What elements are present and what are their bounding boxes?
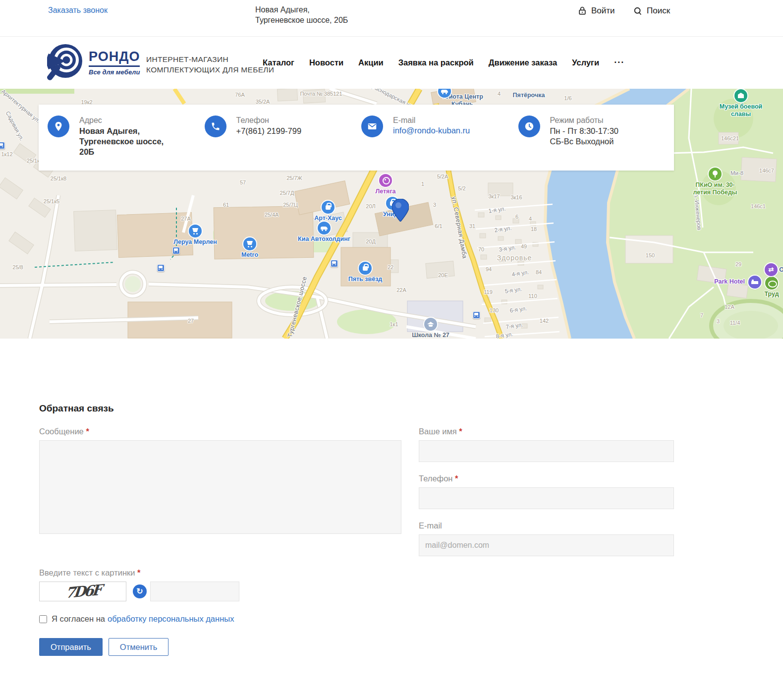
map-canvas[interactable]: Адрес Новая Адыгея, Тургеневское шоссе, … [0,89,783,339]
map-label: 35/2А [256,99,270,105]
pin-icon [48,116,69,137]
form-title: Обратная связь [39,403,674,414]
map-label: 146с21 [721,135,739,141]
order-call-link[interactable]: Заказать звонок [48,6,108,15]
map-label: 1 [421,181,424,187]
map-label: 1к12 [1,151,12,157]
main-nav: Каталог Новости Акции Заявка на раскрой … [263,37,624,89]
tagline-line2: КОМПЛЕКТУЮЩИХ ДЛЯ МЕБЕЛИ [146,64,274,75]
nav-item-catalog[interactable]: Каталог [263,58,294,67]
nav-item-news[interactable]: Новости [309,58,343,67]
map-label: 61 [223,202,229,208]
map-label: 20Е [438,272,448,278]
map-poi-label: славы [731,111,751,117]
map-label: 1к1 [390,321,398,327]
map-label: 150 [646,252,655,258]
map-label: 6 [515,214,518,220]
map-poi-label: Park Hotel [714,278,745,285]
email-input[interactable] [419,534,674,556]
tree-poi-icon [709,168,722,180]
map-label: 142 [540,318,549,324]
mail-icon [361,116,383,137]
search-label: Поиск [647,6,670,16]
map-label: 25/1к8 [51,175,66,181]
school-poi-icon [424,318,437,331]
map-label: 22 [388,264,393,270]
car-poi-icon [438,89,451,98]
map-label: Пятёрочка [513,92,545,99]
message-label: Сообщение * [39,427,401,436]
map-label: 57 [240,179,246,185]
logo-title: РОНДО [89,49,140,67]
nav-more-button[interactable]: ··· [614,58,624,68]
map-poi-label: Летяга [375,188,395,195]
map-label: 3к16 [510,194,522,200]
login-label: Войти [591,6,615,16]
contact-hours-block: Режим работы Пн - Пт 8:30-17:30 СБ-Вс Вы… [517,116,674,171]
map-label: 25/4А [265,212,279,218]
required-mark: * [459,427,462,436]
bag-poi-icon [322,201,335,214]
map-label: 94 [486,266,492,272]
topbar-address: Новая Адыгея, Тургеневское шоссе, 20Б [255,4,348,25]
site-tagline: ИНТЕРНЕТ-МАГАЗИН КОМПЛЕКТУЮЩИХ ДЛЯ МЕБЕЛ… [146,54,274,75]
search-button[interactable]: Поиск [633,5,670,16]
contact-email-block: E-mail info@rondo-kuban.ru [360,116,517,171]
map-poi-label: Metro [241,251,258,258]
map-poi-label: Музей боевой [720,103,763,110]
map-label: 70 [478,246,484,252]
logo[interactable]: РОНДО Все для мебели [47,44,140,81]
map-label: 25/8 [12,264,23,270]
topbar-address-line1: Новая Адыгея, [255,4,348,15]
nav-item-order-tracking[interactable]: Движение заказа [489,58,558,67]
cart-poi-icon [189,225,202,237]
lock-icon [577,5,587,16]
cancel-button[interactable]: Отменить [109,638,168,656]
submit-button[interactable]: Отправить [39,638,103,656]
nav-item-services[interactable]: Услуги [572,58,599,67]
map-label: 3 [717,318,720,324]
bus-stop-icon [473,311,480,319]
consent-link[interactable]: обработку персональных данных [108,614,234,624]
consent-checkbox[interactable] [39,615,47,623]
contact-hours-line: Пн - Пт 8:30-17:30 [550,126,619,136]
consent-row: Я согласен на обработку персональных дан… [39,614,674,624]
captcha-refresh-icon[interactable]: ↻ [133,584,147,598]
name-input[interactable] [419,440,674,462]
map-poi-label: летия Победы [693,189,737,196]
contact-phone-value[interactable]: +7(861) 2199-799 [236,126,302,136]
rondo-logo-icon [47,44,84,81]
map-label: 5/2 [458,185,465,191]
captcha-input[interactable] [150,582,239,601]
swap-poi-icon [765,263,778,276]
map-label: 27 [188,318,194,324]
bus-stop-icon [172,247,180,254]
map-poi-label: ПКиО им. 30- [695,181,734,188]
map-location-pin[interactable] [392,199,409,222]
map-label: 146с7 [759,168,774,174]
bag-poi-icon [359,262,372,275]
map-label: О [779,266,783,273]
map-label: 12А [725,304,734,310]
map-label: 110 [528,293,537,299]
login-button[interactable]: Войти [577,5,615,16]
captcha-image: 7D6F [39,582,126,601]
contact-email-link[interactable]: info@rondo-kuban.ru [393,126,470,135]
topbar-address-line2: Тургеневское шоссе, 20Б [255,15,348,25]
map-label: 7 [700,312,703,318]
contact-address-label: Адрес [79,116,164,125]
message-textarea[interactable] [39,440,401,534]
contact-phone-block: Телефон +7(861) 2199-799 [204,116,361,171]
map-label: 84 [536,269,542,275]
required-mark: * [137,568,140,577]
phone-label: Телефон * [419,474,674,483]
contact-hours-label: Режим работы [550,116,619,125]
map-label: 18 [531,226,537,232]
phone-input[interactable] [419,487,674,509]
nav-item-promos[interactable]: Акции [358,58,384,67]
map-poi-label: Арт-Хаус [314,215,342,222]
nav-item-cutting-request[interactable]: Заявка на раскрой [398,58,474,67]
map-label: 4 [529,216,532,222]
map-label: 49 [521,243,527,249]
map-label: 25/7Д [280,190,294,196]
